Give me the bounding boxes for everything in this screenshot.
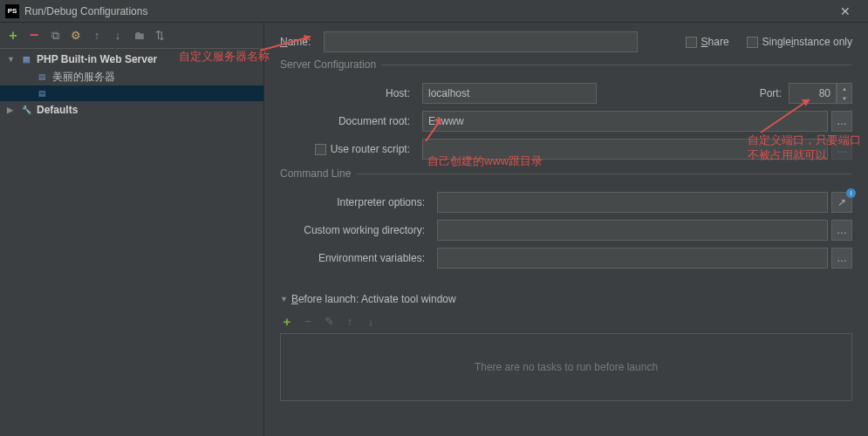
close-button[interactable]: ✕ [828, 0, 863, 23]
config-tree: ▼ ▤ PHP Built-in Web Server ▤ 美丽的服务器 ▤ ▶… [0, 49, 263, 436]
docroot-input[interactable] [422, 111, 828, 132]
title-bar: PS Run/Debug Configurations ✕ [0, 0, 868, 23]
host-label: Host: [280, 87, 422, 99]
name-label: Name: [280, 36, 324, 48]
name-input[interactable] [324, 31, 638, 52]
env-input[interactable] [437, 248, 828, 269]
before-launch-toggle[interactable]: ▼ Before launch: Activate tool window [280, 293, 852, 305]
router-checkbox[interactable] [315, 144, 326, 155]
add-config-button[interactable]: + [5, 28, 21, 44]
sidebar: + − ⧉ ⚙ ↑ ↓ 🖿 ⇅ ▼ ▤ PHP Built-in Web Ser… [0, 23, 264, 436]
sidebar-toolbar: + − ⧉ ⚙ ↑ ↓ 🖿 ⇅ [0, 23, 263, 49]
form-panel: Name: Share Single instance only Server … [264, 23, 868, 436]
tree-item-label: Defaults [37, 104, 78, 116]
collapse-arrow-icon: ▼ [7, 55, 16, 64]
port-label: Port: [760, 87, 782, 99]
php-server-icon: ▤ [35, 71, 49, 83]
docroot-label: Document root: [280, 115, 422, 127]
move-task-down-button[interactable]: ↓ [364, 314, 378, 328]
before-launch-toolbar: + − ✎ ↑ ↓ [280, 310, 852, 331]
wrench-icon: 🔧 [19, 104, 33, 116]
remove-task-button[interactable]: − [301, 314, 315, 328]
commandline-header: Command Line [280, 167, 356, 180]
app-icon: PS [5, 4, 19, 18]
move-task-up-button[interactable]: ↑ [343, 314, 357, 328]
router-input[interactable] [422, 139, 828, 160]
tree-item-php-server[interactable]: ▼ ▤ PHP Built-in Web Server [0, 51, 263, 68]
collapse-arrow-icon: ▼ [280, 295, 288, 303]
php-server-icon: ▤ [35, 87, 49, 99]
settings-button[interactable]: ⚙ [68, 28, 84, 44]
move-down-button[interactable]: ↓ [110, 28, 126, 44]
before-launch-empty: There are no tasks to run before launch [280, 333, 852, 401]
remove-config-button[interactable]: − [26, 28, 42, 44]
interp-input[interactable] [437, 192, 828, 213]
router-browse-button[interactable]: … [831, 139, 852, 160]
tree-item-child-1[interactable]: ▤ [0, 85, 263, 101]
server-config-header: Server Configuration [280, 58, 381, 71]
port-input[interactable] [789, 83, 837, 104]
tree-item-label: PHP Built-in Web Server [37, 53, 157, 65]
share-checkbox[interactable]: Share [686, 36, 729, 48]
port-spinner[interactable]: ▲▼ [837, 83, 852, 104]
single-instance-checkbox[interactable]: Single instance only [747, 36, 852, 48]
env-label: Environment variables: [280, 252, 437, 264]
cwdir-browse-button[interactable]: … [831, 220, 852, 241]
copy-config-button[interactable]: ⧉ [47, 28, 63, 44]
folder-button[interactable]: 🖿 [131, 28, 147, 44]
edit-task-button[interactable]: ✎ [322, 314, 336, 328]
window-title: Run/Debug Configurations [24, 5, 828, 17]
docroot-browse-button[interactable]: … [831, 111, 852, 132]
router-label: Use router script: [331, 143, 410, 155]
env-browse-button[interactable]: … [831, 248, 852, 269]
host-input[interactable] [422, 83, 597, 104]
move-up-button[interactable]: ↑ [89, 28, 105, 44]
tree-item-child-0[interactable]: ▤ 美丽的服务器 [0, 68, 263, 85]
interp-expand-button[interactable]: ↗i [831, 192, 852, 213]
tree-item-defaults[interactable]: ▶ 🔧 Defaults [0, 101, 263, 119]
tree-item-label: 美丽的服务器 [52, 70, 115, 85]
expand-arrow-icon: ▶ [7, 106, 16, 114]
php-server-icon: ▤ [19, 53, 33, 65]
add-task-button[interactable]: + [280, 314, 294, 328]
sort-button[interactable]: ⇅ [152, 28, 167, 44]
cwdir-label: Custom working directory: [280, 224, 437, 236]
interp-label: Interpreter options: [280, 196, 437, 208]
cwdir-input[interactable] [437, 220, 828, 241]
